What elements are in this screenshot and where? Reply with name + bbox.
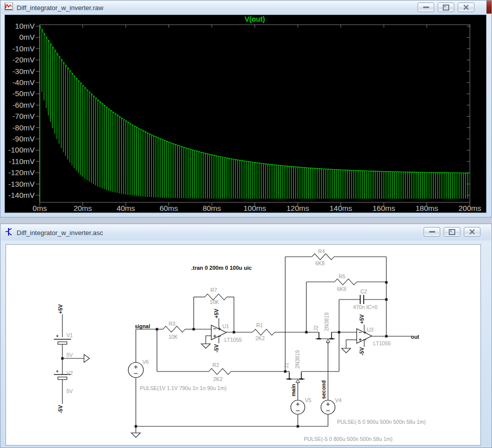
waveform-window-title: Diff_integrator_w_inverter.raw xyxy=(17,4,103,12)
ground-symbol xyxy=(342,348,351,353)
x-axis-tick-label: 120ms xyxy=(286,204,309,212)
y-axis-tick-label: -70mV xyxy=(13,112,35,120)
waveform-plot: V(out)10mV0mV-10mV-20mV-30mV-40mV-50mV-6… xyxy=(5,15,486,212)
restore-icon xyxy=(449,229,455,235)
y-axis-tick-label: 10mV xyxy=(15,22,35,30)
waveform-plot-pane[interactable]: V(out)10mV0mV-10mV-20mV-30mV-40mV-50mV-6… xyxy=(5,15,486,213)
parent-close-button-sliver xyxy=(486,1,491,14)
component-ref: J2 xyxy=(313,325,319,331)
net-label-signal: signal xyxy=(135,323,150,329)
y-axis-tick-label: -90mV xyxy=(13,134,35,143)
schematic-window: Diff_integrator_w_inverter.asc R310KR12K… xyxy=(0,223,492,448)
x-axis-tick-label: 140ms xyxy=(330,204,352,212)
y-axis-tick-label: -130mV xyxy=(8,180,35,188)
component-value: PULSE(1V 1.1V 790u 1n 1n 90u 1m) xyxy=(140,385,226,391)
component-ref: V2 xyxy=(66,370,73,376)
close-button[interactable] xyxy=(464,227,480,237)
ground-symbol xyxy=(201,344,210,348)
y-axis-tick-label: -80mV xyxy=(13,123,35,132)
junction-dot xyxy=(385,335,388,338)
node-flag xyxy=(84,354,90,362)
net-label-second: second xyxy=(320,381,326,399)
x-axis-tick-label: 100ms xyxy=(243,204,266,212)
net-label-main: main xyxy=(290,384,296,397)
battery-plus-mark: + xyxy=(56,369,58,374)
close-button[interactable] xyxy=(458,3,474,12)
junction-dot xyxy=(284,370,287,373)
junction-dot xyxy=(156,328,158,331)
battery-plate xyxy=(58,377,67,380)
close-icon xyxy=(463,5,469,10)
component-value: PULSE(-5 0 800u 500n 500n 58u 1m) xyxy=(304,436,392,442)
x-axis-tick-label: 180ms xyxy=(416,204,438,212)
minimize-button[interactable] xyxy=(424,227,440,237)
component-value: 5V xyxy=(66,388,73,394)
x-axis-tick-label: 60ms xyxy=(159,204,178,212)
x-axis-tick-label: 40ms xyxy=(117,204,135,212)
y-axis-tick-label: -50mV xyxy=(13,89,35,98)
minimize-button[interactable] xyxy=(418,3,434,12)
power-label: +5V xyxy=(213,309,219,319)
component-ref: R1 xyxy=(256,322,263,328)
power-label: -5V xyxy=(57,405,63,413)
waveform-window: Diff_integrator_w_inverter.raw V(out)10m… xyxy=(0,0,492,217)
resistor-body xyxy=(163,326,185,332)
resistor-body xyxy=(335,279,357,285)
component-ref: R5 xyxy=(339,273,346,279)
vout-trace-envelope xyxy=(40,26,468,173)
x-axis-tick-label: 200ms xyxy=(458,204,481,212)
jfet-gate-arrow xyxy=(296,380,300,383)
component-ref: V5 xyxy=(305,397,311,403)
y-axis-tick-label: -30mV xyxy=(13,67,35,76)
y-axis-tick-label: -20mV xyxy=(13,55,35,64)
schematic-drawing: R310KR12K2R22K2R710KR46K8R56K8C2470n IC=… xyxy=(6,245,480,445)
y-axis-tick-label: 0mV xyxy=(19,33,35,41)
component-ref: V1 xyxy=(66,332,73,338)
component-value: 6K8 xyxy=(337,286,347,292)
y-axis-tick-label: -110mV xyxy=(9,157,35,166)
junction-dot xyxy=(385,298,388,301)
component-ref: U3 xyxy=(367,327,374,333)
spice-directive: .tran 0 200m 0 100u uic xyxy=(191,265,252,271)
y-axis-tick-label: -10mV xyxy=(13,44,35,53)
junction-dot xyxy=(297,425,299,428)
plot-title: V(out) xyxy=(244,15,265,23)
battery-plate xyxy=(58,342,67,344)
component-ref: R4 xyxy=(318,248,325,254)
component-ref: V6 xyxy=(142,359,149,365)
restore-button[interactable] xyxy=(438,3,454,12)
component-value: 5V xyxy=(66,352,73,358)
junction-dot xyxy=(135,425,137,428)
component-ref: R7 xyxy=(210,287,217,293)
jfet-gate-arrow xyxy=(326,339,330,342)
component-value: LT1055 xyxy=(373,340,391,346)
schematic-window-controls xyxy=(424,227,480,237)
power-label: -5V xyxy=(359,347,365,355)
restore-button[interactable] xyxy=(444,227,460,237)
component-value: 2K2 xyxy=(213,376,223,382)
schematic-window-titlebar[interactable]: Diff_integrator_w_inverter.asc xyxy=(1,225,491,241)
vout-trace xyxy=(40,26,469,202)
power-label: -5V xyxy=(213,344,219,352)
power-label: +5V xyxy=(57,305,63,314)
schematic-file-icon xyxy=(5,228,13,238)
schematic-canvas[interactable]: R310KR12K2R22K2R710KR46K8R56K8C2470n IC=… xyxy=(6,244,481,445)
component-value: 2N3819 xyxy=(294,350,300,368)
junction-dot xyxy=(338,331,341,334)
junction-dot xyxy=(233,331,235,334)
component-value: 470n IC=0 xyxy=(353,304,378,310)
ground-symbol xyxy=(131,433,140,437)
y-axis-tick-label: -60mV xyxy=(13,101,35,109)
resistor-body xyxy=(209,368,231,375)
junction-dot xyxy=(61,357,64,360)
net-label-out: out xyxy=(411,334,420,340)
restore-icon xyxy=(443,5,449,11)
y-axis-tick-label: -120mV xyxy=(8,168,35,177)
resistor-body xyxy=(253,329,275,335)
component-value: 10K xyxy=(169,334,178,340)
x-axis-tick-label: 160ms xyxy=(372,204,395,212)
voltage-source-body xyxy=(291,400,305,414)
component-value: LT1055 xyxy=(224,337,242,343)
component-value: 2N3819 xyxy=(323,312,330,331)
component-ref: C2 xyxy=(360,288,367,294)
